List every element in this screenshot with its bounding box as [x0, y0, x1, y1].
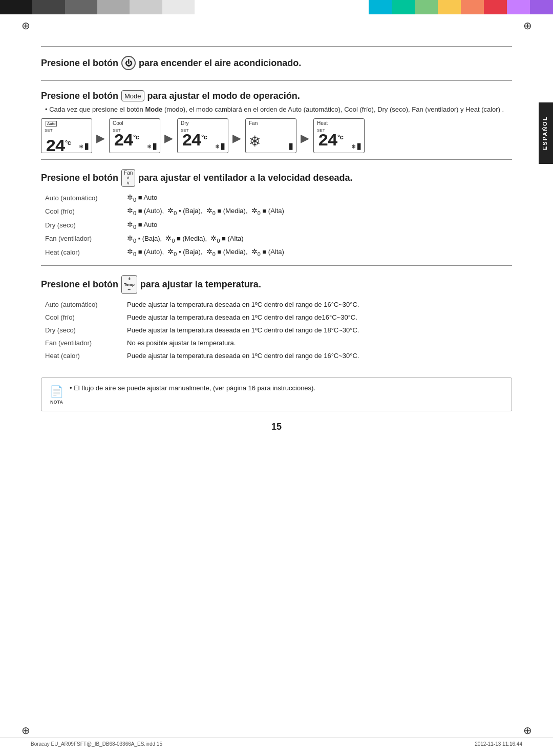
section1-title-post: para encender el aire acondicionado. — [139, 58, 301, 69]
section2-title-post: para ajustar el modo de operación. — [147, 91, 300, 101]
display-panel-dry: Dry SET 24°c ❄ ▊ — [177, 118, 228, 153]
color-bar-left — [0, 0, 195, 14]
panel-dry-temp: 24°c — [182, 131, 206, 151]
table-row: Heat (calor) ✲0 ■ (Auto), ✲0 ▪ (Baja), ✲… — [41, 245, 512, 259]
section-fan: Presione el botón Fan ∧∨ para ajustar el… — [41, 159, 512, 265]
temp-desc-heat: Puede ajustar la temperatura deseada en … — [123, 349, 512, 362]
fan-mode-auto: Auto (automático) — [41, 191, 123, 205]
fan-button-icon: Fan ∧∨ — [121, 169, 135, 187]
panel-cool-label: Cool — [113, 120, 123, 126]
display-panel-fan: Fan ❄ ▊ — [245, 118, 296, 153]
color-bar — [0, 0, 553, 14]
section4-title-pre: Presione el botón — [41, 279, 118, 290]
temp-desc-cool: Puede ajustar la temperatura deseada en … — [123, 311, 512, 324]
note-text: • El flujo de aire se puede ajustar manu… — [70, 384, 315, 392]
note-icon-area: 📄 NOTA — [50, 384, 63, 405]
color-bar-right — [369, 0, 553, 14]
panel-cool-icons: ❄ ▊ — [147, 143, 157, 150]
arrow-3: ▶ — [232, 132, 241, 145]
section-power-title: Presione el botón ⏻ para encender el air… — [41, 56, 512, 70]
section-temp-title: Presione el botón + Temp − para ajustar … — [41, 275, 512, 295]
temp-mode-auto: Auto (automático) — [41, 298, 123, 311]
section-mode: Presione el botón Mode para ajustar el m… — [41, 80, 512, 159]
temp-btn-minus: − — [127, 287, 131, 293]
display-panel-heat: Heat SET 24°c ❄ ▊ — [313, 118, 365, 153]
temp-btn-plus: + — [127, 276, 131, 282]
note-label: NOTA — [50, 400, 63, 405]
temp-mode-cool: Cool (frío) — [41, 311, 123, 324]
note-document-icon: 📄 — [50, 385, 63, 398]
panel-dry-label: Dry — [181, 120, 189, 126]
section1-title-pre: Presione el botón — [41, 58, 118, 69]
temp-btn-label: Temp — [124, 282, 135, 287]
fan-mode-fan: Fan (ventilador) — [41, 232, 123, 246]
sidebar-language-tab: ESPAÑOL — [539, 102, 553, 164]
arrow-1: ▶ — [96, 132, 105, 145]
temp-mode-heat: Heat (calor) — [41, 349, 123, 362]
temp-mode-dry: Dry (seco) — [41, 324, 123, 337]
section-mode-title: Presione el botón Mode para ajustar el m… — [41, 90, 512, 101]
table-row: Cool (frío) ✲0 ■ (Auto), ✲0 ▪ (Baja), ✲0… — [41, 204, 512, 218]
arrow-4: ▶ — [301, 132, 309, 145]
panel-heat-temp: 24°c — [318, 131, 343, 151]
footer-right: 2012-11-13 11:16:44 — [475, 741, 522, 747]
panel-auto-temp: 24°c — [46, 137, 70, 156]
fan-speed-auto: ✲0 ■ Auto — [123, 191, 512, 205]
fan-speed-cool: ✲0 ■ (Auto), ✲0 ▪ (Baja), ✲0 ■ (Media), … — [123, 204, 512, 218]
temp-button-icon: + Temp − — [121, 275, 137, 295]
fan-speed-table: Auto (automático) ✲0 ■ Auto Cool (frío) … — [41, 191, 512, 259]
table-row: Auto (automático) Puede ajustar la tempe… — [41, 298, 512, 311]
fan-speed-heat: ✲0 ■ (Auto), ✲0 ▪ (Baja), ✲0 ■ (Media), … — [123, 245, 512, 259]
panel-dry-icons: ❄ ▊ — [215, 143, 225, 150]
section3-title-post: para ajustar el ventilador a la velocida… — [138, 173, 352, 183]
temp-table: Auto (automático) Puede ajustar la tempe… — [41, 298, 512, 362]
main-content: Presione el botón ⏻ para encender el air… — [0, 15, 553, 463]
panel-cool-set: SET — [113, 128, 121, 133]
fan-mode-cool: Cool (frío) — [41, 204, 123, 218]
section4-title-post: para ajustar la temperatura. — [140, 279, 261, 290]
panel-heat-icons: ❄ ▊ — [351, 143, 361, 150]
reg-mark-bl: ⊕ — [19, 724, 32, 737]
panel-heat-set: SET — [317, 128, 325, 133]
section3-title-pre: Presione el botón — [41, 173, 118, 183]
footer-left: Boracay EU_AR09FSFT@_IB_DB68-03366A_ES.i… — [31, 741, 162, 747]
arrow-2: ▶ — [164, 132, 173, 145]
temp-mode-fan: Fan (ventilador) — [41, 337, 123, 349]
page-number: 15 — [41, 422, 512, 432]
panel-fan-icon: ❄ — [250, 131, 259, 152]
temp-desc-auto: Puede ajustar la temperatura deseada en … — [123, 298, 512, 311]
table-row: Auto (automático) ✲0 ■ Auto — [41, 191, 512, 205]
panel-cool-temp: 24°c — [114, 131, 138, 151]
fan-mode-heat: Heat (calor) — [41, 245, 123, 259]
panel-fan-label: Fan — [249, 120, 258, 126]
fan-btn-arrows: ∧∨ — [126, 176, 130, 186]
temp-desc-fan: No es posible ajustar la temperatura. — [123, 337, 512, 349]
section-fan-title: Presione el botón Fan ∧∨ para ajustar el… — [41, 169, 512, 187]
table-row: Heat (calor) Puede ajustar la temperatur… — [41, 349, 512, 362]
display-panel-cool: Cool SET 24°c ❄ ▊ — [109, 118, 160, 153]
table-row: Cool (frío) Puede ajustar la temperatura… — [41, 311, 512, 324]
display-panel-auto: Auto SET 24°c ❄ ▊ — [41, 118, 92, 153]
panel-dry-set: SET — [181, 128, 189, 133]
panel-heat-label: Heat — [317, 120, 328, 126]
panel-auto-icons: ❄ ▊ — [79, 143, 89, 150]
fan-mode-dry: Dry (seco) — [41, 218, 123, 232]
reg-mark-br: ⊕ — [521, 724, 534, 737]
section2-bullet: • Cada vez que presione el botón Mode (m… — [41, 106, 512, 113]
reg-mark-tr: ⊕ — [521, 19, 534, 32]
section2-title-pre: Presione el botón — [41, 91, 118, 101]
temp-desc-dry: Puede ajustar la temperatura deseada en … — [123, 324, 512, 337]
panel-auto-set: SET — [45, 128, 53, 133]
section-power: Presione el botón ⏻ para encender el air… — [41, 46, 512, 80]
display-panels-row: Auto SET 24°c ❄ ▊ ▶ Cool SET 24°c ❄ ▊ ▶ … — [41, 118, 512, 153]
table-row: Fan (ventilador) ✲0 ▪ (Baja), ✲0 ■ (Medi… — [41, 232, 512, 246]
note-box: 📄 NOTA • El flujo de aire se puede ajust… — [41, 377, 512, 411]
table-row: Fan (ventilador) No es posible ajustar l… — [41, 337, 512, 349]
bullet-bold: Mode — [145, 106, 162, 113]
mode-button-icon: Mode — [121, 90, 144, 101]
power-button-icon: ⏻ — [121, 56, 136, 70]
panel-auto-set-label: Auto — [46, 121, 57, 127]
fan-speed-dry: ✲0 ■ Auto — [123, 218, 512, 232]
bullet-pre: Cada vez que presione el botón — [49, 106, 143, 113]
fan-speed-fan: ✲0 ▪ (Baja), ✲0 ■ (Media), ✲0 ■ (Alta) — [123, 232, 512, 246]
